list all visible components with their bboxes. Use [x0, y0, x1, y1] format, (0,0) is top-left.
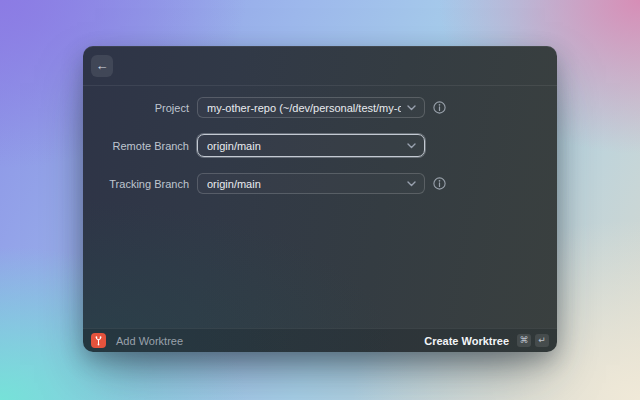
back-button[interactable]: ←: [91, 55, 113, 77]
chevron-down-icon: [407, 143, 416, 149]
remote-branch-label: Remote Branch: [83, 140, 197, 152]
form-row-tracking-branch: Tracking Branch origin/main: [83, 173, 557, 194]
project-info-icon[interactable]: [433, 101, 446, 114]
dialog-footer: Add Worktree Create Worktree ⌘ ↵: [83, 328, 557, 352]
form-row-project: Project my-other-repo (~/dev/personal/te…: [83, 97, 557, 118]
command-key-icon: ⌘: [517, 334, 531, 347]
form-row-remote-branch: Remote Branch origin/main: [83, 134, 557, 157]
chevron-down-icon: [407, 105, 416, 111]
remote-branch-select-value: origin/main: [207, 140, 401, 152]
dialog-header: ←: [83, 46, 557, 86]
app-title: Add Worktree: [116, 335, 183, 347]
create-worktree-label: Create Worktree: [424, 335, 509, 347]
chevron-down-icon: [407, 181, 416, 187]
worktree-app-icon: [91, 333, 106, 348]
tracking-branch-label: Tracking Branch: [83, 178, 197, 190]
project-select-value: my-other-repo (~/dev/personal/test/my-ot…: [207, 102, 401, 114]
project-select[interactable]: my-other-repo (~/dev/personal/test/my-ot…: [197, 97, 425, 118]
add-worktree-dialog: ← Project my-other-repo (~/dev/personal/…: [83, 46, 557, 352]
worktree-form: Project my-other-repo (~/dev/personal/te…: [83, 86, 557, 328]
return-key-icon: ↵: [535, 334, 549, 347]
create-worktree-button[interactable]: Create Worktree ⌘ ↵: [424, 334, 549, 347]
remote-branch-select[interactable]: origin/main: [197, 134, 425, 157]
tracking-branch-select-value: origin/main: [207, 178, 401, 190]
tracking-branch-info-icon[interactable]: [433, 177, 446, 190]
project-label: Project: [83, 102, 197, 114]
tracking-branch-select[interactable]: origin/main: [197, 173, 425, 194]
